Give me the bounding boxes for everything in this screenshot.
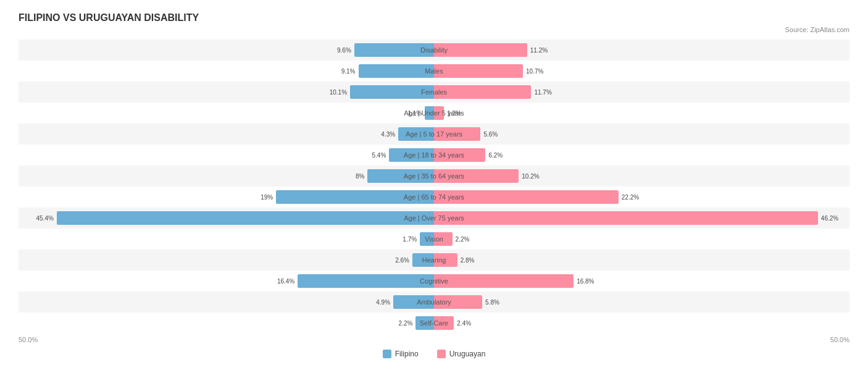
- legend-label-uruguayan: Uruguayan: [449, 350, 486, 358]
- row-label: Males: [425, 67, 443, 75]
- row-label: Age | 35 to 64 years: [404, 172, 464, 180]
- bar-container: 16.4% 16.8% Cognitive: [19, 271, 849, 292]
- left-section: 9.6%: [19, 40, 434, 61]
- left-section: 4.3%: [19, 124, 434, 145]
- left-value: 4.3%: [381, 131, 395, 138]
- bar-uruguayan: [434, 274, 574, 288]
- chart-row: 5.4% 6.2% Age | 18 to 34 years: [19, 145, 849, 166]
- left-value: 5.4%: [372, 152, 386, 159]
- bar-container: 1.7% 2.2% Vision: [19, 229, 849, 250]
- left-section: 8%: [19, 166, 434, 187]
- chart-row: 4.9% 5.8% Ambulatory: [19, 292, 849, 313]
- row-label: Ambulatory: [417, 298, 451, 306]
- row-label: Hearing: [422, 256, 446, 264]
- chart-row: 1.7% 2.2% Vision: [19, 229, 849, 250]
- right-section: 22.2%: [434, 187, 849, 208]
- row-label: Age | 5 to 17 years: [406, 130, 462, 138]
- right-value: 11.7%: [534, 89, 551, 96]
- bar-filipino: [298, 274, 434, 288]
- legend-item-filipino: Filipino: [383, 350, 419, 358]
- legend-item-uruguayan: Uruguayan: [437, 350, 486, 358]
- left-value: 2.6%: [395, 257, 409, 264]
- left-section: 1.1%: [19, 103, 434, 124]
- right-section: 11.7%: [434, 82, 849, 103]
- row-label: Age | Under 5 years: [404, 109, 464, 117]
- left-value: 45.4%: [36, 215, 54, 222]
- row-label: Self-Care: [420, 319, 448, 327]
- bar-filipino: [359, 64, 434, 78]
- left-value: 19%: [261, 194, 273, 201]
- right-value: 2.2%: [456, 236, 470, 243]
- bar-filipino: [57, 211, 434, 225]
- chart-row: 9.6% 11.2% Disability: [19, 40, 849, 61]
- right-section: 2.4%: [434, 313, 849, 334]
- right-value: 10.7%: [526, 68, 543, 75]
- right-value: 10.2%: [522, 173, 539, 180]
- bar-container: 1.1% 1.2% Age | Under 5 years: [19, 103, 849, 124]
- right-value: 6.2%: [488, 152, 503, 159]
- left-section: 19%: [19, 187, 434, 208]
- bar-container: 2.2% 2.4% Self-Care: [19, 313, 849, 334]
- chart-row: 45.4% 46.2% Age | Over 75 years: [19, 208, 849, 229]
- left-section: 45.4%: [19, 208, 434, 229]
- bar-container: 5.4% 6.2% Age | 18 to 34 years: [19, 145, 849, 166]
- axis-labels: 50.0% 50.0%: [19, 336, 849, 343]
- right-section: 1.2%: [434, 103, 849, 124]
- bar-container: 45.4% 46.2% Age | Over 75 years: [19, 208, 849, 229]
- chart-row: 9.1% 10.7% Males: [19, 61, 849, 82]
- right-value: 5.6%: [483, 131, 498, 138]
- left-value: 9.1%: [341, 68, 356, 75]
- chart-row: 2.2% 2.4% Self-Care: [19, 313, 849, 334]
- right-section: 16.8%: [434, 271, 849, 292]
- legend-label-filipino: Filipino: [395, 350, 419, 358]
- row-label: Females: [421, 88, 447, 96]
- source-label: Source: ZipAtlas.com: [19, 26, 849, 33]
- right-section: 2.2%: [434, 229, 849, 250]
- left-section: 4.9%: [19, 292, 434, 313]
- legend-box-uruguayan: [437, 350, 446, 358]
- right-value: 11.2%: [530, 47, 548, 54]
- right-section: 2.8%: [434, 250, 849, 271]
- left-section: 2.6%: [19, 250, 434, 271]
- chart-row: 19% 22.2% Age | 65 to 74 years: [19, 187, 849, 208]
- bar-uruguayan: [434, 85, 531, 99]
- axis-left-label: 50.0%: [19, 336, 38, 343]
- left-value: 8%: [356, 173, 364, 180]
- row-label: Vision: [425, 235, 443, 243]
- right-value: 5.8%: [485, 299, 499, 306]
- bar-container: 9.6% 11.2% Disability: [19, 40, 849, 61]
- right-section: 11.2%: [434, 40, 849, 61]
- right-section: 5.6%: [434, 124, 849, 145]
- row-label: Disability: [420, 46, 448, 54]
- chart-row: 2.6% 2.8% Hearing: [19, 250, 849, 271]
- left-value: 1.7%: [403, 236, 417, 243]
- legend: Filipino Uruguayan: [19, 350, 849, 358]
- bar-container: 4.9% 5.8% Ambulatory: [19, 292, 849, 313]
- bar-container: 19% 22.2% Age | 65 to 74 years: [19, 187, 849, 208]
- left-section: 5.4%: [19, 145, 434, 166]
- row-label: Age | Over 75 years: [404, 214, 464, 222]
- left-section: 10.1%: [19, 82, 434, 103]
- chart-area: 9.6% 11.2% Disability 9.1% 10.7% Males: [19, 40, 849, 334]
- left-value: 4.9%: [376, 299, 390, 306]
- row-label: Age | 18 to 34 years: [404, 151, 464, 159]
- bar-container: 9.1% 10.7% Males: [19, 61, 849, 82]
- chart-row: 16.4% 16.8% Cognitive: [19, 271, 849, 292]
- bar-container: 2.6% 2.8% Hearing: [19, 250, 849, 271]
- right-section: 10.7%: [434, 61, 849, 82]
- bar-container: 10.1% 11.7% Females: [19, 82, 849, 103]
- left-section: 16.4%: [19, 271, 434, 292]
- bar-uruguayan: [434, 211, 818, 225]
- row-label: Age | 65 to 74 years: [404, 193, 464, 201]
- left-section: 9.1%: [19, 61, 434, 82]
- right-value: 22.2%: [622, 194, 639, 201]
- left-value: 2.2%: [399, 320, 413, 327]
- left-value: 9.6%: [337, 47, 351, 54]
- right-section: 5.8%: [434, 292, 849, 313]
- left-section: 1.7%: [19, 229, 434, 250]
- right-section: 10.2%: [434, 166, 849, 187]
- right-value: 2.8%: [461, 257, 475, 264]
- chart-row: 8% 10.2% Age | 35 to 64 years: [19, 166, 849, 187]
- left-value: 16.4%: [277, 278, 294, 285]
- chart-row: 1.1% 1.2% Age | Under 5 years: [19, 103, 849, 124]
